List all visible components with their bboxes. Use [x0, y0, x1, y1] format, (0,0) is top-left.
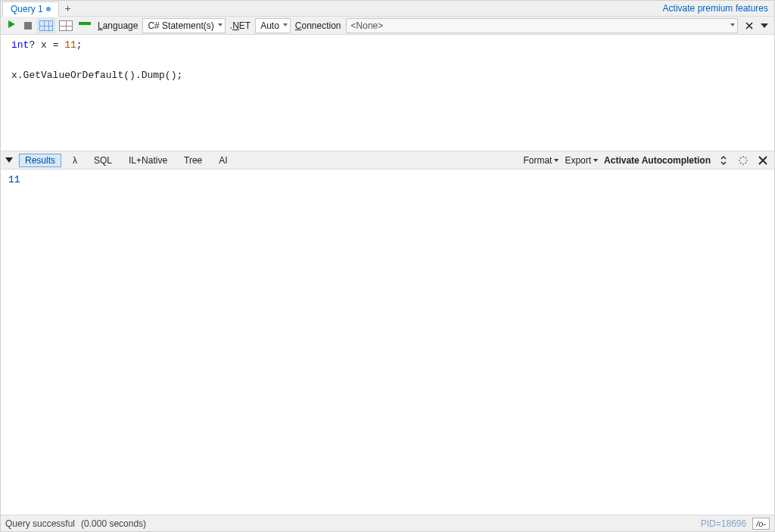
token-semicolon: ;	[76, 39, 82, 51]
query-tab[interactable]: Query 1	[2, 2, 59, 17]
dotnet-select-value: Auto	[260, 20, 279, 31]
results-value: 11	[8, 174, 20, 185]
connection-select-value: <None>	[351, 20, 384, 31]
format-menu[interactable]: Format	[523, 155, 559, 166]
collapse-results-button[interactable]	[5, 157, 13, 163]
grid-rich-icon	[39, 20, 53, 31]
status-pid: PID=18696	[701, 518, 746, 529]
add-tab-button[interactable]: +	[59, 1, 77, 16]
token-ident: x	[35, 39, 52, 51]
code-line: x.GetValueOrDefault().Dump();	[11, 70, 182, 81]
sort-icon	[719, 156, 728, 165]
language-select-value: C# Statement(s)	[148, 20, 213, 31]
results-tab-results[interactable]: Results	[19, 154, 61, 167]
close-icon	[758, 156, 767, 165]
query-tabstrip: Query 1 + Activate premium features	[1, 1, 774, 17]
format-label: Format	[523, 155, 552, 166]
status-timing: (0.000 seconds)	[81, 518, 146, 529]
language-select[interactable]: C# Statement(s)	[142, 18, 225, 33]
run-button[interactable]	[4, 18, 19, 33]
stop-icon	[24, 22, 32, 30]
chevron-down-icon	[554, 159, 559, 162]
svg-marker-0	[8, 20, 15, 28]
results-tab-il[interactable]: IL+Native	[123, 154, 173, 166]
dotnet-select[interactable]: Auto	[255, 18, 291, 33]
close-icon	[745, 22, 753, 30]
progress-button[interactable]	[76, 18, 93, 33]
outlining-toggle[interactable]: /o-	[752, 518, 770, 530]
chevron-down-icon	[593, 159, 598, 162]
activate-premium-link[interactable]: Activate premium features	[657, 3, 774, 14]
results-tab-lambda[interactable]: λ	[67, 154, 82, 166]
results-tab-tree[interactable]: Tree	[179, 154, 207, 166]
results-output[interactable]: 11	[1, 170, 774, 515]
close-results-button[interactable]	[756, 154, 770, 167]
plus-icon: +	[65, 2, 71, 14]
connection-label: Connection	[292, 20, 344, 31]
code-editor[interactable]: int? x = 11; x.GetValueOrDefault().Dump(…	[1, 35, 774, 151]
toolbar: Language C# Statement(s) .NET Auto Conne…	[1, 17, 774, 35]
tab-label: Query 1	[11, 4, 43, 14]
results-grid-button[interactable]	[37, 18, 55, 33]
grid-plain-icon	[59, 20, 73, 31]
export-menu[interactable]: Export	[565, 155, 598, 166]
close-query-button[interactable]	[742, 19, 756, 33]
status-message: Query successful	[5, 518, 75, 529]
results-datagrid-button[interactable]	[57, 18, 75, 33]
svg-line-5	[740, 157, 741, 158]
export-label: Export	[565, 155, 591, 166]
chevron-down-icon	[283, 23, 288, 26]
chevron-down-icon	[218, 23, 223, 26]
dotnet-label: .NET	[227, 20, 254, 31]
token-op: =	[53, 39, 65, 51]
dirty-indicator-icon	[46, 7, 51, 11]
token-number: 11	[64, 39, 76, 51]
svg-line-8	[745, 157, 746, 158]
activate-autocomplete-link[interactable]: Activate Autocompletion	[604, 155, 711, 166]
loading-icon	[739, 156, 748, 165]
results-tab-ai[interactable]: AI	[213, 154, 232, 166]
toolbar-overflow-button[interactable]	[758, 19, 771, 33]
results-tab-sql[interactable]: SQL	[89, 154, 117, 166]
status-bar: Query successful (0.000 seconds) PID=186…	[1, 515, 774, 531]
results-tabstrip: Results λ SQL IL+Native Tree AI Format E…	[1, 151, 774, 170]
progress-icon	[79, 22, 91, 25]
play-icon	[7, 20, 16, 31]
reorder-button[interactable]	[717, 154, 730, 167]
chevron-down-icon	[761, 23, 768, 28]
svg-line-6	[745, 162, 746, 163]
svg-line-7	[740, 162, 741, 163]
stop-button[interactable]	[20, 18, 36, 33]
chevron-down-icon	[730, 23, 735, 26]
refresh-button[interactable]	[736, 154, 750, 167]
token-keyword: int	[11, 39, 29, 51]
language-label: Language	[95, 20, 141, 31]
connection-select[interactable]: <None>	[346, 18, 738, 33]
